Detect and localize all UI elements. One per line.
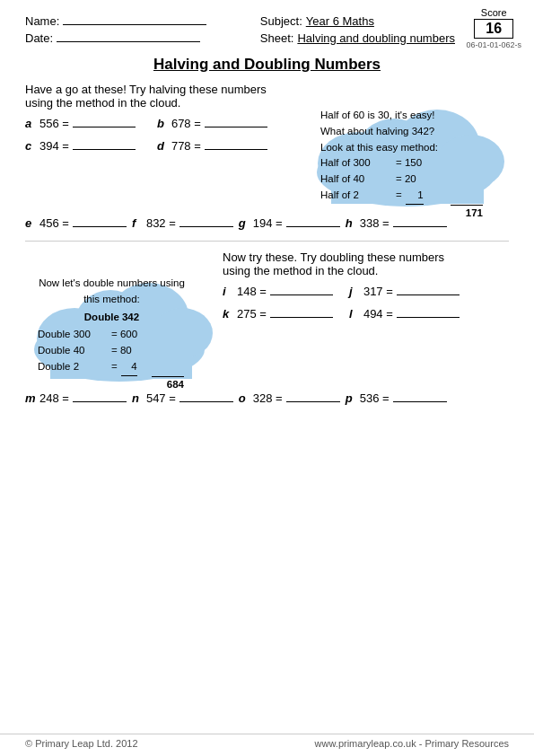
name-input-line[interactable] <box>63 24 206 25</box>
step1-eq: = 150 <box>396 155 422 171</box>
question-p: 536 = <box>360 391 390 405</box>
label-a: a <box>25 117 36 130</box>
question-l: 494 = <box>363 307 393 321</box>
exercises-cd: c 394 = d 778 = <box>25 139 304 153</box>
sheet-label: Sheet: <box>260 31 294 45</box>
page-title: Halving and Doubling Numbers <box>25 56 509 74</box>
answer-m[interactable] <box>73 401 127 402</box>
question-i: 148 = <box>237 285 267 298</box>
label-m: m <box>25 391 36 405</box>
answer-h[interactable] <box>393 226 447 227</box>
exercise-a: a 556 = <box>25 117 136 130</box>
answer-b[interactable] <box>205 127 267 127</box>
exercise-i: i 148 = <box>223 285 333 298</box>
double-step3-eq: = <box>111 359 118 376</box>
score-value: 16 <box>474 19 513 39</box>
label-n: n <box>132 391 143 405</box>
double-step2-eq: = 80 <box>111 343 132 359</box>
exercises-kl: k 275 = l 494 = <box>223 307 509 321</box>
question-j: 317 = <box>363 285 393 298</box>
exercise-e: e 456 = <box>25 216 127 230</box>
page: Score 16 06-01-01-062-s Name: Date: Subj… <box>0 0 534 756</box>
exercise-f: f 832 = <box>132 216 233 230</box>
answer-d[interactable] <box>205 149 267 150</box>
cloud-intro: Now let's double numbers using this meth… <box>38 276 186 308</box>
question-c: 394 = <box>39 139 69 153</box>
score-label: Score <box>466 7 521 18</box>
label-p: p <box>346 391 356 405</box>
exercise-d: d 778 = <box>157 139 267 153</box>
question-f: 832 = <box>146 216 176 230</box>
cloud-line2: What about halving 342? <box>320 124 486 140</box>
answer-g[interactable] <box>286 226 340 227</box>
answer-a[interactable] <box>73 127 136 127</box>
label-l: l <box>349 307 360 321</box>
question-g: 194 = <box>253 216 283 230</box>
answer-o[interactable] <box>286 401 340 402</box>
answer-i[interactable] <box>270 294 333 295</box>
label-e: e <box>25 216 36 230</box>
footer-left: © Primary Leap Ltd. 2012 <box>25 738 138 749</box>
label-f: f <box>132 216 143 230</box>
cloud-total: 171 <box>451 205 483 222</box>
cloud-step3: Half of 2 = 1 <box>320 188 486 205</box>
answer-l[interactable] <box>397 317 460 318</box>
double-step2: Double 40 = 80 <box>38 343 186 359</box>
question-a: 556 = <box>39 117 69 130</box>
header-fields: Name: Date: Subject: Year 6 Maths Sheet:… <box>25 14 509 45</box>
date-input-line[interactable] <box>57 41 200 42</box>
exercise-j: j 317 = <box>349 285 460 298</box>
double-step2-label: Double 40 <box>38 343 108 359</box>
answer-c[interactable] <box>73 149 136 150</box>
double-step1-label: Double 300 <box>38 327 108 343</box>
cloud-line1: Half of 60 is 30, it's easy! <box>320 108 486 124</box>
date-label: Date: <box>25 31 53 45</box>
answer-p[interactable] <box>393 401 447 402</box>
exercise-o: o 328 = <box>239 391 340 405</box>
section-divider <box>25 241 509 242</box>
label-b: b <box>157 117 168 130</box>
question-k: 275 = <box>237 307 267 321</box>
label-k: k <box>223 307 233 321</box>
right-fields: Subject: Year 6 Maths Sheet: Halving and… <box>260 14 455 45</box>
double-step1-eq: = 600 <box>111 327 137 343</box>
sheet-value: Halving and doubling numbers <box>297 31 455 45</box>
halving-cloud-text: Half of 60 is 30, it's easy! What about … <box>320 108 486 222</box>
doubling-section: Now let's double numbers using this meth… <box>25 251 509 386</box>
exercise-k: k 275 = <box>223 307 333 321</box>
label-o: o <box>239 391 249 405</box>
answer-j[interactable] <box>397 294 460 295</box>
score-box: Score 16 06-01-01-062-s <box>466 7 521 49</box>
exercises-ij: i 148 = j 317 = <box>223 285 509 298</box>
cloud-step1: Half of 300 = 150 <box>320 155 486 171</box>
exercise-c: c 394 = <box>25 139 136 153</box>
subject-row: Subject: Year 6 Maths <box>260 14 455 28</box>
left-fields: Name: Date: <box>25 14 206 45</box>
footer: © Primary Leap Ltd. 2012 www.primaryleap… <box>0 734 534 749</box>
cloud-line3: Look at this easy method: <box>320 140 486 156</box>
sheet-row: Sheet: Halving and doubling numbers <box>260 31 455 45</box>
name-row: Name: <box>25 14 206 28</box>
step2-label: Half of 40 <box>320 171 392 188</box>
answer-f[interactable] <box>179 226 233 227</box>
double-step3-label: Double 2 <box>38 359 108 376</box>
double-total-row: 684 <box>38 376 186 393</box>
label-j: j <box>349 285 360 298</box>
question-b: 678 = <box>171 117 201 130</box>
cloud-total-row: 171 <box>320 205 486 222</box>
question-o: 328 = <box>253 391 283 405</box>
exercise-p: p 536 = <box>346 391 447 405</box>
exercises-ab: a 556 = b 678 = <box>25 117 304 130</box>
cloud-step2: Half of 40 = 20 <box>320 171 486 188</box>
subject-label: Subject: <box>260 14 302 28</box>
step2-eq: = 20 <box>396 171 416 188</box>
exercise-m: m 248 = <box>25 391 127 405</box>
answer-e[interactable] <box>73 226 127 227</box>
answer-n[interactable] <box>179 401 233 402</box>
halving-section: Have a go at these! Try halving these nu… <box>25 83 509 211</box>
exercise-n: n 547 = <box>132 391 233 405</box>
double-step3-val: 4 <box>121 359 137 376</box>
question-n: 547 = <box>146 391 176 405</box>
footer-right: www.primaryleap.co.uk - Primary Resource… <box>315 738 509 749</box>
answer-k[interactable] <box>270 317 333 318</box>
